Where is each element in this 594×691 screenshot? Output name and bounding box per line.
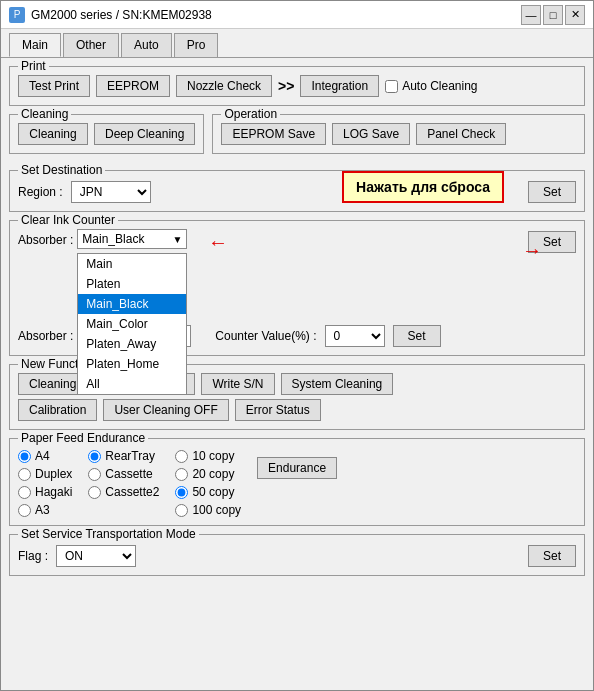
auto-cleaning-checkbox-label[interactable]: Auto Cleaning — [385, 79, 477, 93]
dropdown-item-all[interactable]: All — [78, 374, 186, 394]
radio-20copy[interactable]: 20 copy — [175, 467, 241, 481]
dropdown-item-platen[interactable]: Platen — [78, 274, 186, 294]
absorber-row: Absorber : Main_Black ▼ Main Platen Main… — [18, 229, 576, 253]
paper-feed-col3: 10 copy 20 copy 50 copy 100 copy — [175, 449, 241, 517]
radio-hagaki[interactable]: Hagaki — [18, 485, 72, 499]
radio-cassette2[interactable]: Cassette2 — [88, 485, 159, 499]
set-destination-label: Set Destination — [18, 163, 105, 177]
tab-other[interactable]: Other — [63, 33, 119, 57]
absorber-dropdown-container: Main_Black ▼ Main Platen Main_Black Main… — [77, 229, 187, 249]
maximize-button[interactable]: □ — [543, 5, 563, 25]
tooltip-box: Нажать для сброса — [342, 171, 504, 203]
app-icon-letter: P — [14, 9, 21, 20]
minimize-button[interactable]: — — [521, 5, 541, 25]
dropdown-item-main[interactable]: Main — [78, 254, 186, 274]
paper-feed-col2: RearTray Cassette Cassette2 — [88, 449, 159, 499]
cleaning-group-label: Cleaning — [18, 107, 71, 121]
absorber-label: Absorber : — [18, 233, 73, 247]
tab-pro[interactable]: Pro — [174, 33, 219, 57]
flag-select[interactable]: ON — [56, 545, 136, 567]
absorber-dropdown-arrow: ▼ — [172, 234, 182, 245]
service-transport-set-button[interactable]: Set — [528, 545, 576, 567]
tab-bar: Main Other Auto Pro — [1, 29, 593, 58]
print-group-label: Print — [18, 59, 49, 73]
counter-value-select[interactable]: 0 — [325, 325, 385, 347]
counter-value-label: Counter Value(%) : — [215, 329, 316, 343]
red-arrow-left: ← — [208, 231, 228, 254]
dropdown-item-platen-home[interactable]: Platen_Home — [78, 354, 186, 374]
print-group: Print Test Print EEPROM Nozzle Check >> … — [9, 66, 585, 106]
radio-duplex[interactable]: Duplex — [18, 467, 72, 481]
clear-ink-set-button2[interactable]: Set — [393, 325, 441, 347]
region-select[interactable]: JPN — [71, 181, 151, 203]
cleaning-group: Cleaning Cleaning Deep Cleaning — [9, 114, 204, 154]
calibration-button[interactable]: Calibration — [18, 399, 97, 421]
endurance-button[interactable]: Endurance — [257, 457, 337, 479]
flag-row: Flag : ON Set — [18, 545, 576, 567]
dropdown-item-main-color[interactable]: Main_Color — [78, 314, 186, 334]
clear-ink-counter-group: Clear Ink Counter → Absorber : Main_Blac… — [9, 220, 585, 356]
title-controls: — □ ✕ — [521, 5, 585, 25]
test-print-button[interactable]: Test Print — [18, 75, 90, 97]
set-destination-group: Set Destination Нажать для сброса Region… — [9, 170, 585, 212]
auto-cleaning-label: Auto Cleaning — [402, 79, 477, 93]
log-save-button[interactable]: LOG Save — [332, 123, 410, 145]
nozzle-check-button[interactable]: Nozzle Check — [176, 75, 272, 97]
paper-feed-label: Paper Feed Endurance — [18, 431, 148, 445]
operation-group-label: Operation — [221, 107, 280, 121]
region-label: Region : — [18, 185, 63, 199]
integration-button[interactable]: Integration — [300, 75, 379, 97]
radio-a3[interactable]: A3 — [18, 503, 72, 517]
title-bar-left: P GM2000 series / SN:KMEM02938 — [9, 7, 212, 23]
tab-auto[interactable]: Auto — [121, 33, 172, 57]
service-transport-group: Set Service Transportation Mode Flag : O… — [9, 534, 585, 576]
dropdown-item-platen-away[interactable]: Platen_Away — [78, 334, 186, 354]
deep-cleaning-button[interactable]: Deep Cleaning — [94, 123, 195, 145]
radio-100copy[interactable]: 100 copy — [175, 503, 241, 517]
red-arrow-right: → — [522, 239, 542, 262]
eeprom-button[interactable]: EEPROM — [96, 75, 170, 97]
title-bar: P GM2000 series / SN:KMEM02938 — □ ✕ — [1, 1, 593, 29]
tooltip-text: Нажать для сброса — [356, 179, 490, 195]
cleaning-button[interactable]: Cleaning — [18, 123, 88, 145]
endurance-container: Endurance — [257, 449, 337, 479]
paper-feed-group: Paper Feed Endurance A4 Duplex Hagaki A3… — [9, 438, 585, 526]
absorber-select[interactable]: Main_Black ▼ — [77, 229, 187, 249]
main-window: P GM2000 series / SN:KMEM02938 — □ ✕ Mai… — [0, 0, 594, 691]
close-button[interactable]: ✕ — [565, 5, 585, 25]
flag-label: Flag : — [18, 549, 48, 563]
service-transport-label: Set Service Transportation Mode — [18, 527, 199, 541]
absorber-value: Main_Black — [82, 232, 172, 246]
window-title: GM2000 series / SN:KMEM02938 — [31, 8, 212, 22]
auto-cleaning-checkbox[interactable] — [385, 80, 398, 93]
absorber2-label: Absorber : — [18, 329, 73, 343]
user-cleaning-off-button[interactable]: User Cleaning OFF — [103, 399, 228, 421]
absorber-dropdown: Main Platen Main_Black Main_Color Platen… — [77, 253, 187, 395]
system-cleaning-button[interactable]: System Cleaning — [281, 373, 394, 395]
write-sn-button[interactable]: Write S/N — [201, 373, 274, 395]
app-icon: P — [9, 7, 25, 23]
panel-check-button[interactable]: Panel Check — [416, 123, 506, 145]
paper-feed-content: A4 Duplex Hagaki A3 RearTray Cassette Ca… — [18, 449, 576, 517]
dropdown-item-main-black[interactable]: Main_Black — [78, 294, 186, 314]
tab-main[interactable]: Main — [9, 33, 61, 57]
main-content: Print Test Print EEPROM Nozzle Check >> … — [1, 58, 593, 690]
radio-a4[interactable]: A4 — [18, 449, 72, 463]
clear-ink-counter-label: Clear Ink Counter — [18, 213, 118, 227]
operation-group: Operation EEPROM Save LOG Save Panel Che… — [212, 114, 585, 154]
error-status-button[interactable]: Error Status — [235, 399, 321, 421]
radio-50copy[interactable]: 50 copy — [175, 485, 241, 499]
set-destination-button[interactable]: Set — [528, 181, 576, 203]
paper-feed-col1: A4 Duplex Hagaki A3 — [18, 449, 72, 517]
arrow-icon: >> — [278, 78, 294, 94]
radio-10copy[interactable]: 10 copy — [175, 449, 241, 463]
radio-cassette[interactable]: Cassette — [88, 467, 159, 481]
eeprom-save-button[interactable]: EEPROM Save — [221, 123, 326, 145]
radio-rear-tray[interactable]: RearTray — [88, 449, 159, 463]
